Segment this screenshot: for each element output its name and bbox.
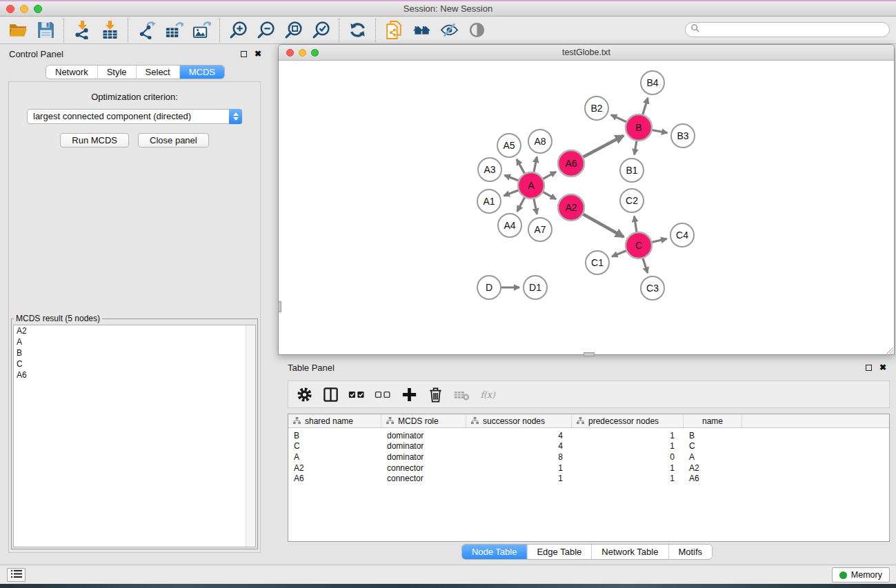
birds-eye-view-button[interactable] (463, 19, 490, 42)
import-table-button[interactable] (96, 19, 123, 42)
column-header-shared-name[interactable]: shared name (288, 414, 381, 427)
column-header-name[interactable]: name (684, 414, 742, 427)
network-canvas[interactable]: B4B2BB3B1C2A5A8A6A3AA1A2A4A7CC1C4C3DD1 (279, 61, 894, 354)
close-panel-button[interactable]: Close panel (138, 133, 209, 148)
table-cell-mcds-role[interactable]: dominator (381, 441, 466, 451)
tab-mcds[interactable]: MCDS (179, 65, 224, 79)
search-input[interactable] (700, 23, 889, 36)
table-cell-name[interactable]: C (684, 441, 742, 451)
network-maximize-button[interactable] (311, 49, 319, 57)
graph-node-B1[interactable]: B1 (620, 159, 644, 182)
table-cell-name[interactable]: A2 (684, 463, 742, 473)
table-cell-shared-name[interactable]: C (288, 441, 381, 451)
column-header-mcds-role[interactable]: MCDS role (381, 414, 466, 427)
maximize-window-button[interactable] (34, 5, 42, 13)
graph-node-A8[interactable]: A8 (528, 130, 552, 153)
delete-columns-button[interactable] (422, 383, 448, 406)
import-network-button[interactable] (68, 19, 96, 42)
graph-node-C1[interactable]: C1 (586, 251, 609, 274)
unselect-all-columns-button[interactable] (370, 383, 396, 406)
run-mcds-button[interactable]: Run MCDS (60, 133, 129, 148)
apply-layout-button[interactable] (344, 19, 371, 42)
tab-motifs[interactable]: Motifs (668, 545, 712, 559)
table-cell-mcds-role[interactable]: connector (381, 474, 466, 483)
table-cell-successor-nodes[interactable]: 4 (466, 441, 572, 451)
tab-edge-table[interactable]: Edge Table (526, 545, 591, 559)
mcds-result-item[interactable]: A (14, 336, 255, 347)
memory-button[interactable]: Memory (832, 567, 890, 582)
table-row[interactable]: A6connector11A6 (288, 473, 889, 484)
network-minimize-button[interactable] (299, 49, 306, 57)
add-column-button[interactable] (396, 383, 422, 406)
close-table-panel-icon[interactable]: ✖ (879, 363, 886, 372)
table-row[interactable]: Bdominator41B (288, 430, 889, 441)
open-session-button[interactable] (4, 19, 32, 42)
tab-network-table[interactable]: Network Table (591, 545, 668, 559)
graph-node-D[interactable]: D (477, 276, 501, 299)
tab-node-table[interactable]: Node Table (462, 545, 527, 559)
close-window-button[interactable] (6, 5, 14, 13)
graph-node-A[interactable]: A (518, 172, 544, 199)
table-cell-predecessor-nodes[interactable]: 1 (572, 463, 684, 473)
tab-style[interactable]: Style (97, 65, 136, 79)
table-cell-predecessor-nodes[interactable]: 0 (572, 452, 684, 462)
tab-select[interactable]: Select (136, 65, 179, 79)
show-all-networks-button[interactable] (408, 19, 435, 42)
graph-node-B2[interactable]: B2 (585, 97, 608, 120)
table-cell-shared-name[interactable]: A2 (288, 463, 381, 473)
network-close-button[interactable] (286, 49, 294, 57)
graph-node-B4[interactable]: B4 (641, 71, 664, 94)
bottom-divider-handle[interactable] (584, 352, 595, 356)
graph-node-B[interactable]: B (626, 114, 652, 141)
tab-network[interactable]: Network (46, 65, 97, 79)
resize-grip-icon[interactable] (884, 345, 894, 354)
column-header-predecessor-nodes[interactable]: predecessor nodes (572, 414, 684, 427)
graph-node-B3[interactable]: B3 (671, 124, 695, 148)
close-panel-icon[interactable]: ✖ (255, 50, 261, 58)
column-layout-button[interactable] (317, 383, 344, 406)
zoom-selected-button[interactable] (307, 19, 335, 42)
table-row[interactable]: A2connector11A2 (288, 463, 889, 474)
result-list-scrollbar[interactable] (246, 325, 255, 547)
table-cell-successor-nodes[interactable]: 1 (466, 474, 572, 483)
table-cell-mcds-role[interactable]: connector (381, 463, 466, 473)
graph-node-C2[interactable]: C2 (620, 189, 644, 212)
table-cell-name[interactable]: A (684, 452, 742, 462)
mcds-result-list[interactable]: A2ABCA6 (13, 325, 256, 547)
column-header-successor-nodes[interactable]: successor nodes (466, 414, 572, 427)
zoom-in-button[interactable] (224, 19, 252, 42)
graph-node-D1[interactable]: D1 (524, 276, 547, 299)
mcds-result-item[interactable]: C (14, 358, 255, 369)
table-cell-shared-name[interactable]: A (288, 452, 381, 462)
zoom-out-button[interactable] (252, 19, 279, 42)
table-cell-mcds-role[interactable]: dominator (381, 452, 466, 462)
export-network-button[interactable] (132, 19, 160, 42)
graph-node-A2[interactable]: A2 (558, 194, 584, 221)
graph-node-C3[interactable]: C3 (641, 276, 664, 300)
network-documents-button[interactable] (380, 19, 408, 42)
left-divider-handle[interactable] (278, 301, 281, 312)
table-cell-shared-name[interactable]: A6 (288, 474, 381, 483)
float-panel-icon[interactable] (241, 51, 247, 57)
minimize-window-button[interactable] (20, 5, 28, 13)
table-cell-mcds-role[interactable]: dominator (381, 431, 466, 440)
graph-node-C[interactable]: C (626, 232, 652, 258)
table-cell-successor-nodes[interactable]: 1 (466, 463, 572, 473)
table-cell-name[interactable]: B (684, 431, 742, 440)
graph-node-A6[interactable]: A6 (558, 150, 584, 176)
table-row[interactable]: Adominator80A (288, 452, 889, 463)
network-window-controls[interactable] (286, 49, 319, 57)
save-session-button[interactable] (32, 19, 59, 42)
table-settings-button[interactable] (291, 383, 317, 406)
mcds-result-item[interactable]: A6 (14, 369, 255, 381)
table-row[interactable]: Cdominator41C (288, 441, 889, 452)
table-cell-successor-nodes[interactable]: 8 (466, 452, 572, 462)
graph-node-A1[interactable]: A1 (477, 190, 501, 213)
table-cell-predecessor-nodes[interactable]: 1 (572, 431, 684, 440)
table-cell-name[interactable]: A6 (684, 474, 742, 483)
criterion-dropdown[interactable]: largest connected component (directed) (27, 109, 242, 124)
table-cell-shared-name[interactable]: B (288, 431, 381, 440)
export-table-button[interactable] (160, 19, 188, 42)
select-all-columns-button[interactable] (344, 383, 370, 406)
hide-graphics-details-button[interactable] (435, 19, 463, 42)
